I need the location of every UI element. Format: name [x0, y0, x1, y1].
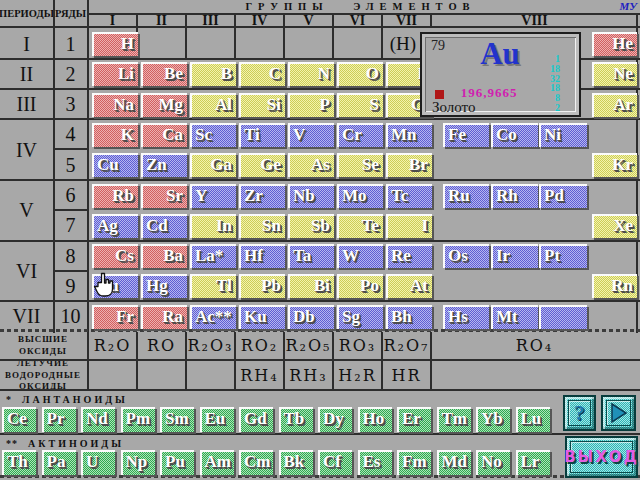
element-cell-c[interactable]: C: [239, 62, 285, 86]
element-cell-pb[interactable]: Pb: [239, 274, 285, 298]
element-cell-ar[interactable]: Ar: [592, 93, 637, 117]
element-cell-hf[interactable]: Hf: [239, 244, 285, 268]
element-cell-ga[interactable]: Ga: [190, 153, 236, 177]
actinide-cell-u[interactable]: U: [81, 450, 115, 475]
lanthanide-cell-dy[interactable]: Dy: [318, 407, 352, 432]
element-cell-ba[interactable]: Ba: [141, 244, 187, 268]
element-cell-ac[interactable]: Ac**: [190, 305, 236, 329]
actinide-cell-no[interactable]: No: [476, 450, 510, 475]
element-cell-ne[interactable]: Ne: [592, 62, 637, 86]
actinide-cell-am[interactable]: Am: [200, 450, 234, 475]
element-cell-rn[interactable]: Rn: [592, 274, 637, 298]
lanthanide-cell-er[interactable]: Er: [397, 407, 431, 432]
element-cell-xe[interactable]: Xe: [592, 214, 637, 238]
element-cell-db[interactable]: Db: [288, 305, 334, 329]
element-cell-al[interactable]: Al: [190, 93, 236, 117]
element-cell-co[interactable]: Co: [491, 123, 538, 147]
help-button[interactable]: ?: [563, 395, 596, 431]
element-cell-ge[interactable]: Ge: [239, 153, 285, 177]
element-cell-tc[interactable]: Tc: [386, 184, 432, 208]
element-cell-po[interactable]: Po: [337, 274, 383, 298]
exit-button[interactable]: ВЫХОД: [565, 436, 638, 478]
element-cell-tl[interactable]: Tl: [190, 274, 236, 298]
element-cell-cs[interactable]: Cs: [92, 244, 138, 268]
element-cell-mt[interactable]: Mt: [491, 305, 538, 329]
element-cell-mn[interactable]: Mn: [386, 123, 432, 147]
element-cell-ni[interactable]: Ni: [539, 123, 587, 147]
element-cell-as[interactable]: As: [288, 153, 334, 177]
lanthanide-cell-pm[interactable]: Pm: [121, 407, 155, 432]
element-cell-rb[interactable]: Rb: [92, 184, 138, 208]
element-cell-rh[interactable]: Rh: [491, 184, 538, 208]
play-button[interactable]: [601, 395, 636, 431]
actinide-cell-th[interactable]: Th: [2, 450, 36, 475]
actinide-cell-cm[interactable]: Cm: [239, 450, 273, 475]
actinide-cell-lr[interactable]: Lr: [516, 450, 550, 475]
lanthanide-cell-lu[interactable]: Lu: [516, 407, 550, 432]
element-cell-sc[interactable]: Sc: [190, 123, 236, 147]
element-cell-hg[interactable]: Hg: [141, 274, 187, 298]
element-cell-hs[interactable]: Hs: [443, 305, 489, 329]
actinide-cell-pu[interactable]: Pu: [160, 450, 194, 475]
element-cell-pt[interactable]: Pt: [539, 244, 587, 268]
element-cell-cd[interactable]: Cd: [141, 214, 187, 238]
actinide-cell-fm[interactable]: Fm: [397, 450, 431, 475]
element-cell-b[interactable]: B: [190, 62, 236, 86]
element-cell-k[interactable]: K: [92, 123, 138, 147]
element-cell-i[interactable]: I: [386, 214, 432, 238]
element-cell-s[interactable]: S: [337, 93, 383, 117]
element-cell-ag[interactable]: Ag: [92, 214, 138, 238]
element-cell-he[interactable]: He: [592, 32, 637, 56]
element-cell-v[interactable]: V: [288, 123, 334, 147]
element-cell-at[interactable]: At: [386, 274, 432, 298]
element-cell-ra[interactable]: Ra: [141, 305, 187, 329]
lanthanide-cell-ce[interactable]: Ce: [2, 407, 36, 432]
actinide-cell-pa[interactable]: Pa: [42, 450, 76, 475]
element-cell-p[interactable]: P: [288, 93, 334, 117]
element-cell-te[interactable]: Te: [337, 214, 383, 238]
element-cell-mg[interactable]: Mg: [141, 93, 187, 117]
element-cell-fr[interactable]: Fr: [92, 305, 138, 329]
element-cell-os[interactable]: Os: [443, 244, 489, 268]
lanthanide-cell-sm[interactable]: Sm: [160, 407, 194, 432]
element-cell-zr[interactable]: Zr: [239, 184, 285, 208]
lanthanide-cell-tb[interactable]: Tb: [279, 407, 313, 432]
element-cell-fe[interactable]: Fe: [443, 123, 489, 147]
element-cell-la[interactable]: La*: [190, 244, 236, 268]
actinide-cell-md[interactable]: Md: [437, 450, 471, 475]
element-cell-ir[interactable]: Ir: [491, 244, 538, 268]
element-cell-ta[interactable]: Ta: [288, 244, 334, 268]
actinide-cell-bk[interactable]: Bk: [279, 450, 313, 475]
actinide-cell-cf[interactable]: Cf: [318, 450, 352, 475]
actinide-cell-es[interactable]: Es: [358, 450, 392, 475]
element-cell-sr[interactable]: Sr: [141, 184, 187, 208]
lanthanide-cell-gd[interactable]: Gd: [239, 407, 273, 432]
element-cell-w[interactable]: W: [337, 244, 383, 268]
element-cell-se[interactable]: Se: [337, 153, 383, 177]
element-cell-sn[interactable]: Sn: [239, 214, 285, 238]
element-cell-y[interactable]: Y: [190, 184, 236, 208]
element-cell-pd[interactable]: Pd: [539, 184, 587, 208]
element-cell-si[interactable]: Si: [239, 93, 285, 117]
element-cell-nb[interactable]: Nb: [288, 184, 334, 208]
lanthanide-cell-pr[interactable]: Pr: [42, 407, 76, 432]
element-cell-zn[interactable]: Zn: [141, 153, 187, 177]
element-cell-sb[interactable]: Sb: [288, 214, 334, 238]
element-cell-sg[interactable]: Sg: [337, 305, 383, 329]
element-cell-h[interactable]: H: [92, 32, 138, 56]
element-cell-kr[interactable]: Kr: [592, 153, 637, 177]
element-cell-ti[interactable]: Ti: [239, 123, 285, 147]
element-cell-ca[interactable]: Ca: [141, 123, 187, 147]
element-cell-ku[interactable]: Ku: [239, 305, 285, 329]
lanthanide-cell-yb[interactable]: Yb: [476, 407, 510, 432]
element-cell-in[interactable]: In: [190, 214, 236, 238]
element-cell-re[interactable]: Re: [386, 244, 432, 268]
element-cell-bh[interactable]: Bh: [386, 305, 432, 329]
lanthanide-cell-nd[interactable]: Nd: [81, 407, 115, 432]
element-cell-be[interactable]: Be: [141, 62, 187, 86]
element-cell-cu[interactable]: Cu: [92, 153, 138, 177]
element-cell-bi[interactable]: Bi: [288, 274, 334, 298]
element-cell-na[interactable]: Na: [92, 93, 138, 117]
element-cell-ru[interactable]: Ru: [443, 184, 489, 208]
element-cell-cr[interactable]: Cr: [337, 123, 383, 147]
